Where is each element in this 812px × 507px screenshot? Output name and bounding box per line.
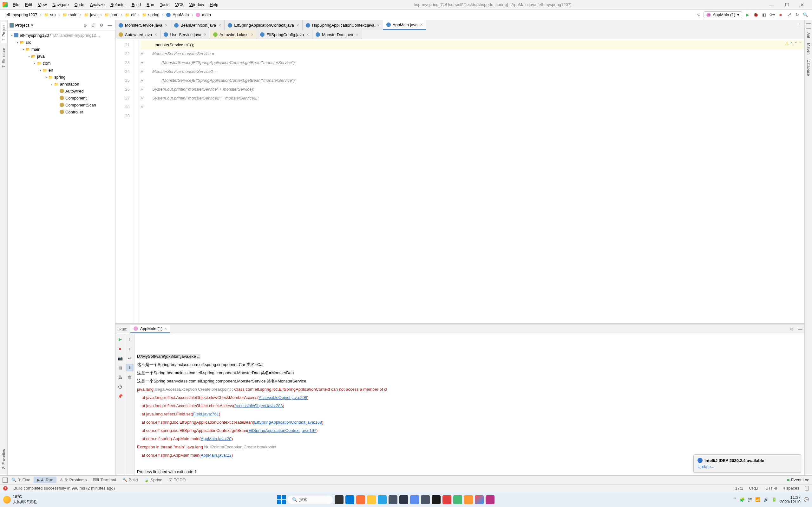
breadcrumb-item[interactable]: AppMain	[164, 12, 191, 18]
hide-icon[interactable]: —	[796, 325, 804, 333]
editor-body[interactable]: 212223242526272829 monsterService.m1();/…	[115, 39, 804, 323]
editor-tab[interactable]: MonsterDao.java×	[312, 30, 362, 39]
clock[interactable]: 11:37 2023/12/10	[780, 495, 801, 504]
rail-tab-project[interactable]: 1: Project	[1, 22, 7, 43]
git-button[interactable]: ⎇	[785, 11, 793, 19]
code-line[interactable]: // System.out.println("monsterService2" …	[141, 94, 804, 103]
code-line[interactable]: // MonsterService monsterService =	[141, 49, 804, 58]
breadcrumb-item[interactable]: main	[61, 12, 79, 18]
close-icon[interactable]: ×	[251, 32, 253, 37]
rail-tab-maven[interactable]: Maven	[806, 41, 811, 57]
code-line[interactable]: // MonsterService monsterService2 =	[141, 67, 804, 76]
app-icon-1[interactable]	[399, 495, 408, 504]
stacktrace-link[interactable]: AppMain.java:20	[201, 436, 232, 441]
coverage-button[interactable]: ◧	[760, 11, 768, 19]
stacktrace-link[interactable]: ElfSpringApplicationContext.java:197	[248, 428, 316, 433]
run-tab[interactable]: AppMain (1) ×	[131, 325, 170, 333]
m-icon[interactable]	[806, 23, 811, 29]
tabs-overflow-icon[interactable]: ⋮	[794, 20, 804, 30]
down-stack-icon[interactable]: ↓	[126, 345, 134, 352]
breadcrumb-item[interactable]: spring	[140, 12, 161, 18]
breadcrumb-item[interactable]: com	[102, 12, 120, 18]
expand-all-icon[interactable]: ⇵	[90, 22, 97, 29]
app-icon-5[interactable]	[464, 495, 473, 504]
editor-tab[interactable]: HspSpringApplicationContext.java×	[303, 20, 383, 30]
pin-icon[interactable]: 📌	[116, 392, 124, 400]
locate-icon[interactable]: ⊕	[82, 22, 89, 29]
menu-navigate[interactable]: Navigate	[50, 1, 71, 8]
menu-vcs[interactable]: VCS	[172, 1, 186, 8]
print-icon[interactable]: 🖶	[116, 373, 124, 381]
stop-button[interactable]: ■	[776, 11, 785, 19]
exit-icon[interactable]: ⏻	[116, 383, 124, 390]
tree-node[interactable]: ▾src	[8, 39, 115, 46]
bottom-tab[interactable]: ⚠ 6: Problems	[56, 476, 90, 483]
breadcrumb-item[interactable]: elf-myspring1207	[3, 12, 39, 18]
caret-position[interactable]: 17:1	[735, 486, 743, 491]
indent-info[interactable]: 4 spaces	[783, 486, 799, 491]
bottom-tab[interactable]: 🍃 Spring	[141, 476, 165, 483]
close-icon[interactable]: ×	[218, 23, 221, 28]
stacktrace-link[interactable]: AccessibleObject.java:288	[235, 403, 283, 408]
menu-refactor[interactable]: Refactor	[108, 1, 129, 8]
close-button[interactable]: ✕	[795, 0, 809, 9]
run-config-dropdown[interactable]: m AppMain (1) ▾	[704, 11, 742, 18]
search-everywhere-icon[interactable]: 🔍	[801, 11, 809, 19]
code-line[interactable]: // System.out.println("monsterService" +…	[141, 85, 804, 94]
weather-widget[interactable]: 18°C 大风即将来临	[3, 494, 38, 505]
code-line[interactable]: // (MonsterService)ElfSpringApplicationC…	[141, 76, 804, 85]
rail-tab-database[interactable]: Database	[806, 57, 811, 78]
taskbar-search[interactable]: 🔍 搜索	[288, 496, 333, 504]
rail-tab-ant[interactable]: Ant	[806, 30, 811, 41]
media-icon[interactable]	[432, 495, 441, 504]
line-separator[interactable]: CRLF	[749, 486, 760, 491]
close-icon[interactable]: ×	[297, 23, 299, 28]
wifi-icon[interactable]: 📶	[755, 497, 760, 502]
minimize-button[interactable]: —	[764, 0, 779, 9]
app-icon-4[interactable]	[443, 495, 451, 504]
menu-build[interactable]: Build	[129, 1, 143, 8]
menu-analyze[interactable]: Analyze	[88, 1, 107, 8]
editor-tab[interactable]: MonsterService.java×	[115, 20, 171, 30]
exception-link[interactable]: NullPointerException	[204, 445, 243, 449]
stacktrace-link[interactable]: Field.java:761	[193, 412, 219, 416]
bottom-tab[interactable]: ☑ TODO	[165, 476, 189, 483]
tree-node[interactable]: ▾elf	[8, 66, 115, 73]
code-area[interactable]: monsterService.m1();// MonsterService mo…	[138, 39, 804, 323]
app-icon-2[interactable]	[410, 495, 419, 504]
soft-wrap-icon[interactable]: ↩	[126, 354, 134, 362]
project-header-label[interactable]: Project ▾	[9, 23, 33, 27]
dump-threads-icon[interactable]: 📷	[116, 354, 124, 362]
run-button[interactable]: ▶	[744, 11, 752, 19]
tray-icon[interactable]: 🧩	[740, 497, 745, 502]
profile-button[interactable]: ⟳▾	[768, 11, 776, 19]
tree-node[interactable]: ▾spring	[8, 73, 115, 80]
gear-icon[interactable]: ⚙	[98, 22, 105, 29]
gear-icon[interactable]: ⚙	[788, 325, 796, 333]
tree-node[interactable]: Component	[8, 95, 115, 101]
edge-icon[interactable]	[345, 495, 354, 504]
ime-icon[interactable]: 拼	[748, 497, 752, 503]
stop-button[interactable]: ■	[116, 345, 124, 352]
tree-node[interactable]: ▾main	[8, 46, 115, 53]
tree-node[interactable]: ▾java	[8, 53, 115, 60]
tree-node[interactable]: Controller	[8, 108, 115, 115]
app-icon-6[interactable]	[486, 495, 495, 504]
update-link[interactable]: Update...	[698, 464, 714, 469]
menu-file[interactable]: File	[10, 1, 22, 8]
readonly-lock-icon[interactable]	[805, 486, 809, 491]
menu-edit[interactable]: Edit	[22, 1, 35, 8]
close-icon[interactable]: ×	[165, 23, 167, 28]
project-tree[interactable]: ▾elf-myspring1207D:\lianxi\elf-myspring1…	[8, 31, 115, 475]
event-log-button[interactable]: Event Log	[787, 477, 809, 482]
chevron-up-icon[interactable]: ˄	[734, 497, 737, 502]
editor-tab[interactable]: ElfSpringApplicationContext.java×	[224, 20, 303, 30]
start-button[interactable]	[277, 495, 286, 504]
code-line[interactable]: monsterService.m1();	[141, 41, 804, 49]
code-line[interactable]: //	[141, 103, 804, 112]
editor-tab[interactable]: AppMain.java×	[383, 20, 426, 30]
store-icon[interactable]	[389, 495, 397, 504]
bottom-tab[interactable]: ⌨ Terminal	[90, 476, 119, 483]
menu-code[interactable]: Code	[72, 1, 87, 8]
tree-node[interactable]: ▾elf-myspring1207D:\lianxi\elf-myspring1…	[8, 32, 115, 39]
